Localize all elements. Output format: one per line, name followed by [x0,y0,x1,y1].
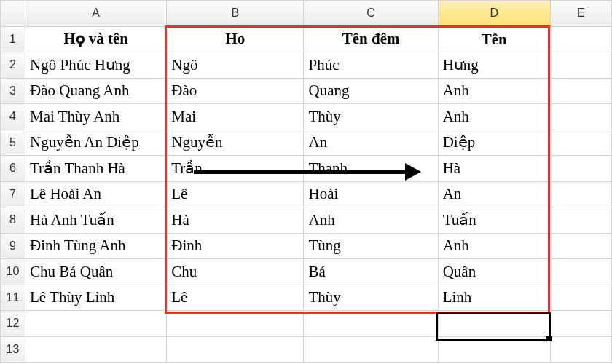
cell-C3[interactable]: Quang [304,78,438,104]
row-header-6[interactable]: 6 [1,156,26,182]
cell-E8[interactable] [550,207,611,234]
cell-E5[interactable] [550,130,611,156]
cell-A6[interactable]: Trần Thanh Hà [26,156,167,182]
cell-C6[interactable]: Thanh [304,156,438,182]
row-header-9[interactable]: 9 [1,233,26,259]
cell-B4[interactable]: Mai [167,104,304,130]
cell-B12[interactable] [167,311,304,337]
cell-C9[interactable]: Tùng [304,233,438,259]
column-header-D[interactable]: D [438,1,550,27]
cell-A7[interactable]: Lê Hoài An [26,181,167,207]
row-header-3[interactable]: 3 [1,78,26,104]
cell-C4[interactable]: Thùy [304,104,438,130]
cell-E4[interactable] [550,104,611,130]
cell-C1[interactable]: Tên đêm [304,26,438,52]
cell-E7[interactable] [550,181,611,207]
spreadsheet-grid[interactable]: ABCDE1Họ và tênHoTên đêmTên2Ngô Phúc Hưn… [0,0,612,363]
cell-B8[interactable]: Hà [167,207,304,234]
cell-A3[interactable]: Đào Quang Anh [26,78,167,104]
row-header-8[interactable]: 8 [1,207,26,234]
cell-B6[interactable]: Trần [167,156,304,182]
cell-C13[interactable] [304,336,438,363]
cell-A10[interactable]: Chu Bá Quân [26,259,167,285]
cell-D10[interactable]: Quân [438,259,550,285]
cell-B1[interactable]: Ho [167,26,304,52]
cell-A4[interactable]: Mai Thùy Anh [26,104,167,130]
cell-E1[interactable] [550,26,611,52]
cell-B7[interactable]: Lê [167,181,304,207]
row-header-2[interactable]: 2 [1,52,26,79]
cell-E12[interactable] [550,311,611,337]
cell-D13[interactable] [438,336,550,363]
cell-A9[interactable]: Đinh Tùng Anh [26,233,167,259]
cell-D9[interactable]: Anh [438,233,550,259]
cell-D7[interactable]: An [438,181,550,207]
select-all-corner[interactable] [1,1,26,27]
cell-B3[interactable]: Đào [167,78,304,104]
cell-E10[interactable] [550,259,611,285]
row-header-5[interactable]: 5 [1,130,26,156]
cell-B13[interactable] [167,336,304,363]
cell-C12[interactable] [304,311,438,337]
cell-E11[interactable] [550,285,611,311]
cell-E3[interactable] [550,78,611,104]
cell-D2[interactable]: Hưng [438,52,550,79]
cell-A2[interactable]: Ngô Phúc Hưng [26,52,167,79]
cell-D4[interactable]: Anh [438,104,550,130]
cell-A12[interactable] [26,311,167,337]
row-header-10[interactable]: 10 [1,259,26,285]
cell-A11[interactable]: Lê Thùy Linh [26,285,167,311]
cell-D11[interactable]: Linh [438,285,550,311]
cell-B5[interactable]: Nguyễn [167,130,304,156]
row-header-11[interactable]: 11 [1,285,26,311]
cell-B2[interactable]: Ngô [167,52,304,79]
cell-A8[interactable]: Hà Anh Tuấn [26,207,167,234]
cell-D6[interactable]: Hà [438,156,550,182]
cell-D8[interactable]: Tuấn [438,207,550,234]
cell-D3[interactable]: Anh [438,78,550,104]
row-header-12[interactable]: 12 [1,311,26,337]
row-header-13[interactable]: 13 [1,336,26,363]
cell-C2[interactable]: Phúc [304,52,438,79]
cell-C7[interactable]: Hoài [304,181,438,207]
cell-E9[interactable] [550,233,611,259]
cell-B11[interactable]: Lê [167,285,304,311]
cell-C11[interactable]: Thùy [304,285,438,311]
cell-D1[interactable]: Tên [438,26,550,52]
row-header-7[interactable]: 7 [1,181,26,207]
cell-D5[interactable]: Diệp [438,130,550,156]
cell-D12[interactable] [438,311,550,337]
column-header-C[interactable]: C [304,1,438,27]
cell-B10[interactable]: Chu [167,259,304,285]
row-header-4[interactable]: 4 [1,104,26,130]
cell-C8[interactable]: Anh [304,207,438,234]
cell-B9[interactable]: Đinh [167,233,304,259]
column-header-E[interactable]: E [550,1,611,27]
cell-C5[interactable]: An [304,130,438,156]
cell-A5[interactable]: Nguyễn An Diệp [26,130,167,156]
row-header-1[interactable]: 1 [1,26,26,52]
cell-E6[interactable] [550,156,611,182]
column-header-B[interactable]: B [167,1,304,27]
column-header-A[interactable]: A [26,1,167,27]
cell-C10[interactable]: Bá [304,259,438,285]
cell-A13[interactable] [26,336,167,363]
cell-A1[interactable]: Họ và tên [26,26,167,52]
cell-E13[interactable] [550,336,611,363]
cell-E2[interactable] [550,52,611,79]
